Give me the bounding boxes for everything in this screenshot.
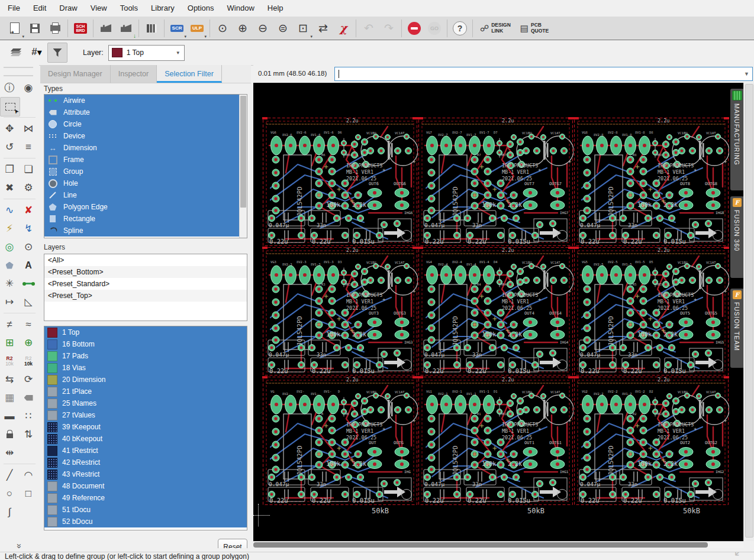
preset-item[interactable]: <All> xyxy=(44,254,247,266)
undo-button[interactable]: ↶ xyxy=(359,18,379,38)
ratsnest-tool[interactable]: ≠ xyxy=(0,315,19,334)
via-tool[interactable]: ◎ xyxy=(0,238,19,256)
side-tab-manufacturing[interactable]: MANUFACTURING xyxy=(730,89,743,190)
layer-item-39[interactable]: 39 tKeepout xyxy=(44,421,247,433)
pinswap-tool[interactable]: ⇆ xyxy=(0,370,19,389)
wire-tool[interactable] xyxy=(19,274,38,293)
route-tool[interactable]: ∿ xyxy=(0,201,19,219)
delete-tool[interactable]: ✖ xyxy=(0,179,19,197)
layer-item-17[interactable]: 17 Pads xyxy=(44,350,247,362)
quick-route-tool[interactable]: ⚡ xyxy=(0,219,19,238)
layer-item-40[interactable]: 40 bKeepout xyxy=(44,433,247,445)
design-link-button[interactable]: ☍DESIGNLINK xyxy=(475,22,515,34)
menu-tools[interactable]: Tools xyxy=(114,0,144,17)
layer-item-42[interactable]: 42 bRestrict xyxy=(44,457,247,468)
go-button[interactable]: GO xyxy=(424,18,444,38)
info-tool[interactable]: ⓘ xyxy=(0,79,19,97)
layer-dropdown[interactable]: 1 Top ▼ xyxy=(108,45,185,61)
side-tab-fusion-team[interactable]: FFUSION TEAM xyxy=(730,289,743,368)
group-select-tool[interactable] xyxy=(0,97,20,116)
help-button[interactable]: ? xyxy=(450,18,470,38)
layer-item-25[interactable]: 25 tNames xyxy=(44,397,247,409)
miter-tool[interactable]: ◺ xyxy=(19,293,38,311)
zoom-redraw-button[interactable]: ⊡▾ xyxy=(293,18,313,38)
type-item-circle[interactable]: Circle xyxy=(44,118,247,130)
tab-design-manager[interactable]: Design Manager xyxy=(40,65,111,83)
align-tool[interactable]: ≡ xyxy=(19,138,38,156)
paste-tool[interactable]: ❏ xyxy=(19,160,38,179)
add-device-tool[interactable]: ⊕ xyxy=(19,334,38,352)
type-item-airwire[interactable]: Airwire xyxy=(44,95,247,106)
change-tool[interactable]: ⚙ xyxy=(19,179,38,197)
menu-options[interactable]: Options xyxy=(181,0,221,17)
tab-selection-filter[interactable]: Selection Filter xyxy=(157,65,222,83)
circle-tool[interactable]: ○ xyxy=(0,484,19,503)
menu-edit[interactable]: Edit xyxy=(27,0,53,17)
preset-item[interactable]: <Preset_Bottom> xyxy=(44,266,247,278)
layer-item-52[interactable]: 52 bDocu xyxy=(44,516,247,527)
type-item-group[interactable]: Group xyxy=(44,166,247,177)
layer-item-51[interactable]: 51 tDocu xyxy=(44,504,247,516)
types-scrollbar[interactable] xyxy=(239,95,247,238)
layer-item-43[interactable]: 43 vRestrict xyxy=(44,468,247,480)
type-item-dimension[interactable]: ↔Dimension xyxy=(44,142,247,154)
type-item-attribute[interactable]: Attribute xyxy=(44,106,247,118)
type-item-device[interactable]: Device xyxy=(44,130,247,142)
layer-item-20[interactable]: 20 Dimension xyxy=(44,374,247,386)
layer-settings-button[interactable] xyxy=(7,43,26,61)
line-tool[interactable]: ╱ xyxy=(0,466,19,484)
layer-item-49[interactable]: 49 Reference xyxy=(44,492,247,504)
grid-settings-button[interactable]: #▾ xyxy=(27,43,46,61)
zoom-select-button[interactable]: ⊜ xyxy=(273,18,293,38)
board-canvas[interactable]: VG68V2-68V2-68V1-68V1-6D6VC1BUVC1AT++2.2… xyxy=(253,83,743,541)
run-script-button[interactable]: SCR▾ xyxy=(167,18,187,38)
layer-item-1[interactable]: 1 Top xyxy=(44,326,247,338)
signal-tool[interactable]: ✳ xyxy=(0,274,19,293)
arc-tool[interactable]: ◠ xyxy=(19,466,38,484)
smash-tool[interactable]: ∷ xyxy=(19,407,38,425)
stop-button[interactable] xyxy=(404,18,424,38)
attribute-tool[interactable] xyxy=(19,389,38,407)
add-part-tool[interactable]: ⊞ xyxy=(0,334,19,352)
preset-item[interactable]: <Preset_Top> xyxy=(44,290,247,302)
save-button[interactable] xyxy=(25,18,45,38)
show-tool[interactable]: ◉ xyxy=(19,79,38,97)
vertical-scrollbar[interactable] xyxy=(743,83,754,541)
run-ulp-button[interactable]: ULP▾ xyxy=(187,18,207,38)
menu-window[interactable]: Window xyxy=(221,0,261,17)
type-item-line[interactable]: Line xyxy=(44,189,247,201)
replace-tool[interactable]: ⟳ xyxy=(19,370,38,389)
redo-button[interactable]: ↷ xyxy=(379,18,399,38)
lock-tool[interactable] xyxy=(0,425,19,444)
layer-item-21[interactable]: 21 tPlace xyxy=(44,386,247,397)
pcb-quote-button[interactable]: ▤PCBQUOTE xyxy=(515,22,553,34)
cam-output-button[interactable]: ↓ xyxy=(116,18,136,38)
move-tool[interactable]: ✥ xyxy=(0,119,19,138)
layer-item-27[interactable]: 27 tValues xyxy=(44,409,247,421)
swap-layers-tool[interactable]: ⇅ xyxy=(19,425,38,444)
tab-inspector[interactable]: Inspector xyxy=(111,65,157,83)
zoom-fit-button[interactable]: ⊙ xyxy=(212,18,233,38)
layer-item-41[interactable]: 41 tRestrict xyxy=(44,445,247,457)
footprint-tool[interactable]: ▦ xyxy=(0,389,19,407)
zoom-out-button[interactable]: ⊖ xyxy=(253,18,273,38)
type-item-hole[interactable]: Hole xyxy=(44,177,247,189)
open-file-button[interactable]: ▾ xyxy=(5,18,25,38)
side-tab-fusion-360[interactable]: FFUSION 360 xyxy=(730,196,743,278)
cam-processor-button[interactable] xyxy=(96,18,116,38)
schematic-board-toggle-button[interactable]: SCHBRD xyxy=(70,18,91,38)
print-button[interactable] xyxy=(45,18,65,38)
layer-item-18[interactable]: 18 Vias xyxy=(44,362,247,374)
cancel-button[interactable]: χ xyxy=(333,18,353,38)
ripup-tool[interactable]: ✘ xyxy=(19,201,38,219)
command-dropdown-icon[interactable]: ▼ xyxy=(744,71,752,77)
palette-handle[interactable] xyxy=(4,67,33,76)
menu-file[interactable]: File xyxy=(1,0,27,17)
dimension-tool[interactable]: ↦ xyxy=(0,293,19,311)
rotate-tool[interactable]: ↺ xyxy=(0,138,19,156)
type-item-spline[interactable]: Spline xyxy=(44,225,247,237)
mirror-tool[interactable]: ⋈ xyxy=(19,119,38,138)
collapse-arrow-icon[interactable]: ↙ xyxy=(733,552,743,556)
paint-tool[interactable]: ▬ xyxy=(0,407,19,425)
polygon-tool[interactable] xyxy=(0,256,19,274)
